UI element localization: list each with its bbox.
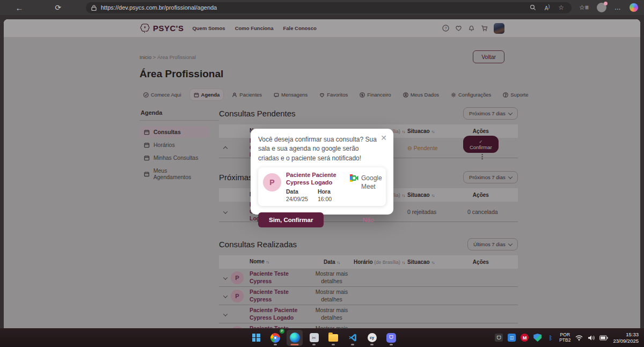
data-label: Data [286, 188, 308, 195]
windows-logo-icon [252, 334, 260, 342]
close-icon[interactable]: ✕ [380, 134, 387, 142]
patient-initial-avatar: P [263, 173, 281, 191]
patient-name: Paciente Paciente Cypress Logado [286, 171, 345, 187]
read-aloud-icon[interactable]: A) [545, 4, 550, 11]
tray-discord-icon[interactable]: ᗜ [495, 334, 503, 342]
modal-message: Você deseja confirmar sua consulta? Sua … [258, 135, 378, 163]
edge-icon [290, 333, 300, 343]
favorite-star-icon[interactable]: ☆ [558, 4, 564, 11]
meet-label: Google Meet [361, 174, 386, 191]
confirm-consultation-modal: ✕ Você deseja confirmar sua consulta? Su… [251, 129, 393, 215]
zoom-search-icon[interactable] [530, 4, 536, 11]
taskbar-edge[interactable] [287, 330, 303, 346]
taskbar-discord[interactable]: ᗜ [383, 330, 399, 346]
collections-icon[interactable]: ☆≡ [579, 4, 589, 11]
taskbar-chrome[interactable]: P [267, 330, 283, 346]
cancel-link[interactable]: Não [362, 217, 374, 223]
browser-refresh-icon[interactable]: ⟳ [54, 3, 62, 12]
windows-taskbar: P ✂ cy ᗜ ᗜ ◫ M ᛒ PORPTB2 15:3323/09/2025 [0, 328, 644, 347]
chrome-icon [270, 333, 280, 343]
hora-label: Hora [318, 188, 332, 195]
tray-bluetooth-icon[interactable]: ᛒ [546, 334, 554, 342]
browser-menu-icon[interactable]: … [614, 4, 621, 11]
tray-app-icon[interactable]: ◫ [508, 334, 516, 342]
folder-icon [328, 334, 338, 342]
clock[interactable]: 15:3323/09/2025 [613, 331, 639, 344]
volume-icon[interactable] [588, 335, 595, 341]
browser-toolbar: ← ⟳ https://dev.psycs.com.br/profissiona… [0, 0, 644, 15]
browser-profile-avatar[interactable] [597, 3, 606, 12]
address-bar[interactable]: https://dev.psycs.com.br/profissional/ag… [86, 2, 572, 13]
start-button[interactable] [248, 330, 264, 346]
data-value: 24/09/25 [286, 196, 308, 202]
battery-icon[interactable] [599, 335, 608, 341]
taskbar-cypress[interactable]: cy [364, 330, 380, 346]
hora-value: 16:00 [318, 196, 332, 202]
page-viewport: PSYC'S Quem Somos Como Funciona Fale Con… [4, 19, 640, 328]
cypress-icon: cy [368, 333, 377, 342]
snipping-tool-icon: ✂ [310, 333, 319, 342]
language-indicator[interactable]: PORPTB2 [559, 333, 570, 343]
vscode-icon [348, 333, 357, 342]
tray-mcafee-icon[interactable]: M [521, 334, 529, 342]
tray-security-shield-icon[interactable] [533, 334, 541, 342]
google-meet-icon [350, 174, 358, 182]
taskbar-vscode[interactable] [345, 330, 361, 346]
taskbar-snipping-tool[interactable]: ✂ [306, 330, 322, 346]
discord-icon: ᗜ [386, 333, 396, 343]
lock-icon [91, 5, 97, 11]
copilot-icon[interactable] [630, 3, 638, 12]
confirm-yes-button[interactable]: Sim, Confirmar [258, 212, 324, 227]
url-text[interactable]: https://dev.psycs.com.br/profissional/ag… [101, 4, 530, 11]
browser-back-icon[interactable]: ← [15, 3, 24, 12]
taskbar-file-explorer[interactable] [325, 330, 341, 346]
appointment-card: P Paciente Paciente Cypress Logado Data … [258, 167, 386, 206]
wifi-icon[interactable] [575, 335, 583, 341]
